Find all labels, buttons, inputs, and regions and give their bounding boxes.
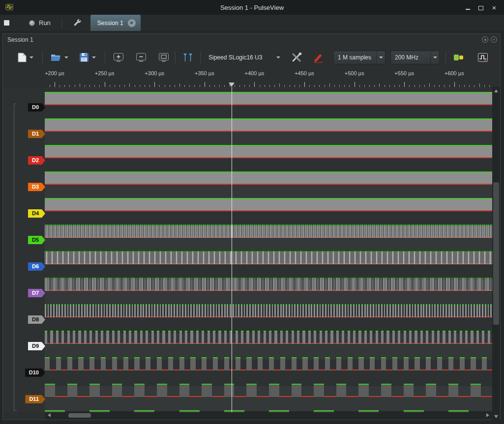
sample-count-select[interactable]: 1 M samples bbox=[333, 51, 385, 64]
trace-d2[interactable] bbox=[45, 145, 492, 158]
save-dropdown[interactable] bbox=[90, 50, 98, 65]
separator bbox=[175, 51, 176, 64]
settings-button[interactable] bbox=[69, 17, 87, 29]
save-button[interactable] bbox=[78, 50, 90, 65]
trace-d8[interactable] bbox=[45, 304, 492, 317]
tab-session-1[interactable]: Session 1 × bbox=[90, 15, 141, 31]
chevron-down-icon bbox=[64, 57, 68, 58]
trace-d1[interactable] bbox=[45, 118, 492, 132]
cursor-line[interactable] bbox=[232, 87, 232, 412]
add-math-signal-button[interactable] bbox=[476, 50, 489, 65]
ruler-label: +350 µs bbox=[195, 70, 214, 76]
channel-flag-d4[interactable]: D4 bbox=[28, 209, 45, 218]
add-decoder-button[interactable] bbox=[452, 50, 466, 65]
ruler-label: +550 µs bbox=[394, 70, 414, 76]
wave-area[interactable] bbox=[45, 87, 492, 412]
separator bbox=[200, 51, 201, 64]
channel-flag-d5[interactable]: D5 bbox=[28, 236, 45, 244]
panel-close-button[interactable]: × bbox=[491, 36, 497, 43]
maximize-button[interactable] bbox=[476, 2, 486, 12]
trace-d4[interactable] bbox=[45, 198, 492, 211]
channel-flag-d11[interactable]: D11 bbox=[25, 395, 45, 403]
pulse-signal-icon bbox=[477, 53, 488, 62]
channel-labels: D0D1D2D3D4D5D6D7D8D9D10D11D12 bbox=[3, 87, 45, 412]
separator bbox=[61, 18, 62, 28]
channel-flag-d1[interactable]: D1 bbox=[28, 130, 45, 138]
chevron-down-icon bbox=[379, 57, 383, 58]
tab-close-button[interactable]: × bbox=[128, 19, 136, 27]
scroll-down-icon[interactable] bbox=[494, 415, 498, 418]
channel-flag-d3[interactable]: D3 bbox=[28, 183, 45, 191]
device-name: Sipeed SLogic16 U3 bbox=[208, 54, 262, 61]
ruler-tick bbox=[279, 84, 280, 87]
open-file-button[interactable] bbox=[50, 50, 62, 65]
sample-count-dropdown[interactable] bbox=[376, 51, 385, 64]
ruler-label: +500 µs bbox=[345, 70, 364, 76]
open-file-dropdown[interactable] bbox=[62, 50, 70, 65]
trace-d10[interactable] bbox=[45, 357, 492, 370]
device-selector[interactable]: Sipeed SLogic16 U3 bbox=[206, 51, 283, 64]
zoom-fit-button[interactable] bbox=[157, 50, 170, 65]
sample-rate-select[interactable]: 200 MHz bbox=[390, 51, 440, 64]
show-cursors-button[interactable] bbox=[180, 50, 195, 65]
close-button[interactable]: × bbox=[489, 2, 499, 12]
trace-d9[interactable] bbox=[45, 331, 492, 344]
ruler-tick bbox=[404, 82, 405, 87]
trace-d5[interactable] bbox=[45, 225, 492, 238]
scroll-right-icon[interactable] bbox=[486, 413, 489, 417]
channel-flag-d2[interactable]: D2 bbox=[28, 156, 45, 165]
channel-flag-d6[interactable]: D6 bbox=[28, 262, 45, 271]
chevron-down-icon bbox=[276, 57, 280, 58]
stop-button[interactable] bbox=[0, 17, 13, 29]
trace-view[interactable]: D0D1D2D3D4D5D6D7D8D9D10D11D12 bbox=[3, 87, 492, 412]
scroll-left-icon[interactable] bbox=[48, 413, 51, 417]
trace-d11[interactable] bbox=[45, 384, 492, 397]
trace-high-line bbox=[45, 251, 492, 252]
channel-flag-d8[interactable]: D8 bbox=[28, 315, 45, 324]
trace-d0[interactable] bbox=[45, 92, 492, 105]
configure-channels-button[interactable] bbox=[312, 50, 326, 65]
time-ruler[interactable]: +200 µs+250 µs+300 µs+350 µs+400 µs+450 … bbox=[45, 69, 492, 87]
trace-pulses bbox=[45, 357, 492, 370]
wrench-icon bbox=[73, 18, 83, 28]
new-session-dropdown[interactable] bbox=[28, 50, 35, 65]
separator bbox=[42, 51, 43, 64]
trace-pulses bbox=[45, 225, 492, 238]
trace-high-line bbox=[45, 357, 492, 358]
channel-flag-d10[interactable]: D10 bbox=[25, 368, 45, 377]
scroll-up-icon[interactable] bbox=[494, 89, 498, 92]
window-controls: × bbox=[463, 2, 504, 12]
trace-d7[interactable] bbox=[45, 278, 492, 291]
trace-d12[interactable] bbox=[45, 410, 492, 412]
save-icon bbox=[79, 53, 89, 62]
channel-flag-d7[interactable]: D7 bbox=[28, 289, 45, 297]
chevron-down-icon bbox=[433, 57, 437, 58]
ruler-tick bbox=[129, 84, 130, 87]
ruler-tick bbox=[379, 84, 380, 87]
ruler-label: +200 µs bbox=[45, 70, 64, 76]
panel-options-button[interactable] bbox=[482, 36, 488, 43]
ruler-tick bbox=[304, 82, 305, 87]
sample-rate-dropdown[interactable] bbox=[430, 51, 439, 64]
trace-pulses bbox=[45, 304, 492, 317]
channel-flag-d0[interactable]: D0 bbox=[28, 103, 45, 112]
horizontal-scrollbar[interactable] bbox=[45, 411, 492, 420]
trace-d3[interactable] bbox=[45, 171, 492, 185]
pulseview-window: Session 1 - PulseView × Run Session 1 × … bbox=[0, 0, 504, 424]
ruler-tick bbox=[154, 82, 155, 87]
ruler-tick bbox=[454, 82, 455, 87]
minimize-icon bbox=[466, 9, 470, 10]
vertical-scroll-thumb[interactable] bbox=[493, 182, 499, 325]
zoom-out-button[interactable] bbox=[135, 50, 148, 65]
zoom-in-button[interactable] bbox=[112, 50, 125, 65]
minimize-button[interactable] bbox=[463, 2, 473, 12]
channel-flag-d9[interactable]: D9 bbox=[28, 342, 45, 350]
vertical-scrollbar[interactable] bbox=[492, 87, 500, 421]
configure-device-button[interactable] bbox=[290, 50, 304, 65]
channel-group-bracket bbox=[14, 104, 14, 411]
ruler-label: +400 µs bbox=[245, 70, 265, 76]
trace-d6[interactable] bbox=[45, 251, 492, 264]
run-button[interactable]: Run bbox=[25, 17, 55, 29]
new-session-button[interactable] bbox=[17, 50, 28, 65]
horizontal-scroll-thumb[interactable] bbox=[68, 413, 91, 418]
